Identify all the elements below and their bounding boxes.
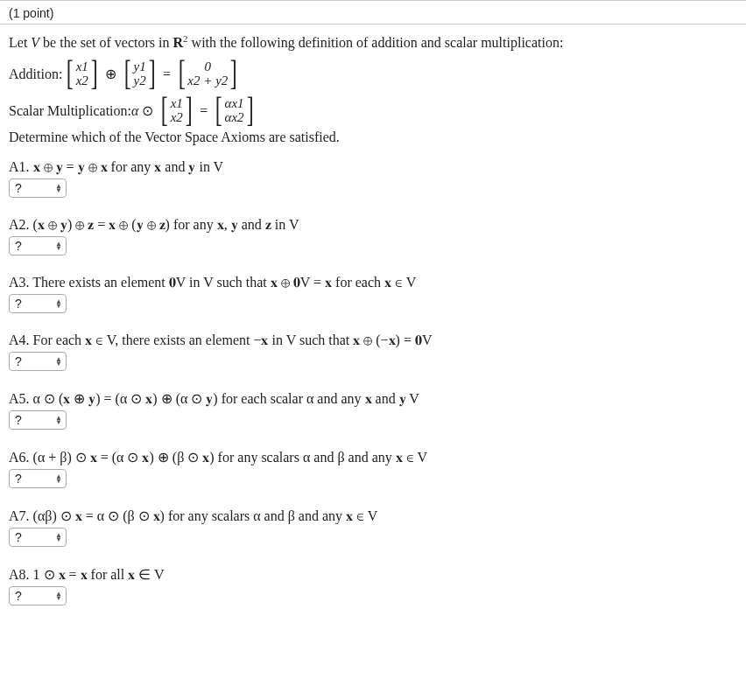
chevron-updown-icon: ▲▼	[55, 416, 62, 424]
chevron-updown-icon: ▲▼	[55, 242, 62, 250]
intro-V: V	[31, 35, 39, 50]
points-header: (1 point)	[0, 0, 746, 24]
intro-suffix: with the following definition of additio…	[188, 35, 564, 50]
select-value: ?	[15, 530, 22, 544]
select-value: ?	[15, 297, 22, 311]
select-value: ?	[15, 239, 22, 253]
sc-m2r1: αx1	[225, 96, 244, 111]
scalar-definition: Scalar Multiplication: α ⊙ [ x1x2 ] = [ …	[9, 93, 737, 128]
addition-vector-2: [ y1y2 ]	[122, 56, 158, 91]
intro-prefix: Let	[9, 35, 31, 50]
odot-icon: ⊙	[142, 103, 153, 119]
addition-definition: Addition: [ x1x2 ] ⊕ [ y1y2 ] = [ 0x2 + …	[9, 56, 737, 91]
axiom-a7: A7. (αβ) ⊙ 𝐱 = α ⊙ (β ⊙ 𝐱) for any scala…	[9, 508, 737, 547]
add-m3r2: x2 + y2	[187, 74, 228, 88]
axiom-a6-select[interactable]: ? ▲▼	[9, 469, 67, 488]
axiom-a5-select[interactable]: ? ▲▼	[9, 410, 67, 430]
select-value: ?	[15, 181, 22, 195]
axiom-a8: A8. 1 ⊙ 𝐱 = 𝐱 for all 𝐱 ∈ V ? ▲▼	[9, 566, 737, 606]
add-m2r2: y2	[134, 74, 146, 88]
equals-sign-2: =	[200, 103, 208, 119]
add-m1r1: x1	[76, 60, 88, 74]
intro-line: Let V be the set of vectors in R2 with t…	[9, 33, 737, 51]
oplus-icon: ⊕	[105, 66, 116, 82]
axiom-a5: A5. α ⊙ (𝐱 ⊕ 𝐲) = (α ⊙ 𝐱) ⊕ (α ⊙ 𝐲) for …	[9, 390, 737, 430]
axiom-a4-select[interactable]: ? ▲▼	[9, 352, 67, 371]
scalar-alpha: α	[131, 103, 138, 119]
axiom-a3: A3. There exists an element 𝟎V in V such…	[9, 275, 737, 313]
select-value: ?	[15, 472, 22, 486]
axiom-a6: A6. (α + β) ⊙ 𝐱 = (α ⊙ 𝐱) ⊕ (β ⊙ 𝐱) for …	[9, 449, 737, 488]
axiom-a7-label: A7. (αβ) ⊙ 𝐱 = α ⊙ (β ⊙ 𝐱) for any scala…	[9, 508, 737, 524]
axiom-a1-select[interactable]: ? ▲▼	[9, 178, 67, 198]
axiom-a1-label: A1. 𝐱 ⊕ 𝐲 = 𝐲 ⊕ 𝐱 for any 𝐱 and 𝐲 in V	[9, 159, 737, 175]
select-value: ?	[15, 413, 22, 427]
instruction-text: Determine which of the Vector Space Axio…	[9, 130, 737, 145]
scalar-vector: [ x1x2 ]	[158, 93, 194, 128]
axiom-a8-label: A8. 1 ⊙ 𝐱 = 𝐱 for all 𝐱 ∈ V	[9, 566, 737, 583]
chevron-updown-icon: ▲▼	[55, 592, 62, 600]
axiom-a2-select[interactable]: ? ▲▼	[9, 236, 67, 256]
chevron-updown-icon: ▲▼	[55, 474, 62, 483]
chevron-updown-icon: ▲▼	[55, 184, 62, 192]
add-m3r1: 0	[205, 60, 212, 74]
axiom-a7-select[interactable]: ? ▲▼	[9, 528, 67, 547]
addition-vector-1: [ x1x2 ]	[64, 56, 100, 91]
chevron-updown-icon: ▲▼	[55, 299, 62, 308]
chevron-updown-icon: ▲▼	[55, 357, 62, 366]
axiom-a8-select[interactable]: ? ▲▼	[9, 586, 67, 606]
addition-label: Addition:	[9, 66, 62, 82]
addition-result: [ 0x2 + y2 ]	[176, 56, 240, 91]
points-text: (1 point)	[9, 6, 53, 20]
sc-m1r1: x1	[171, 96, 183, 111]
scalar-result: [ αx1αx2 ]	[213, 93, 256, 128]
intro-R: R	[173, 35, 184, 50]
add-m1r2: x2	[76, 74, 88, 88]
axiom-a4-label: A4. For each 𝐱 ∈ V, there exists an elem…	[9, 332, 737, 348]
intro-mid: be the set of vectors in	[39, 35, 172, 50]
sc-m2r2: αx2	[225, 110, 244, 125]
chevron-updown-icon: ▲▼	[55, 533, 62, 542]
select-value: ?	[15, 354, 22, 368]
add-m2r1: y1	[134, 60, 146, 74]
axiom-a2: A2. (𝐱 ⊕ 𝐲) ⊕ 𝐳 = 𝐱 ⊕ (𝐲 ⊕ 𝐳) for any 𝐱,…	[9, 217, 737, 256]
problem-body: Let V be the set of vectors in R2 with t…	[0, 24, 746, 626]
axiom-a5-label: A5. α ⊙ (𝐱 ⊕ 𝐲) = (α ⊙ 𝐱) ⊕ (α ⊙ 𝐲) for …	[9, 390, 737, 407]
axiom-a6-label: A6. (α + β) ⊙ 𝐱 = (α ⊙ 𝐱) ⊕ (β ⊙ 𝐱) for …	[9, 449, 737, 466]
axiom-a2-label: A2. (𝐱 ⊕ 𝐲) ⊕ 𝐳 = 𝐱 ⊕ (𝐲 ⊕ 𝐳) for any 𝐱,…	[9, 217, 737, 233]
axiom-a1: A1. 𝐱 ⊕ 𝐲 = 𝐲 ⊕ 𝐱 for any 𝐱 and 𝐲 in V ?…	[9, 159, 737, 198]
scalar-label: Scalar Multiplication:	[9, 103, 131, 119]
axiom-a4: A4. For each 𝐱 ∈ V, there exists an elem…	[9, 332, 737, 371]
axiom-a3-label: A3. There exists an element 𝟎V in V such…	[9, 275, 737, 290]
sc-m1r2: x2	[171, 110, 183, 125]
axiom-a3-select[interactable]: ? ▲▼	[9, 294, 67, 313]
select-value: ?	[15, 589, 22, 603]
equals-sign: =	[163, 66, 171, 82]
